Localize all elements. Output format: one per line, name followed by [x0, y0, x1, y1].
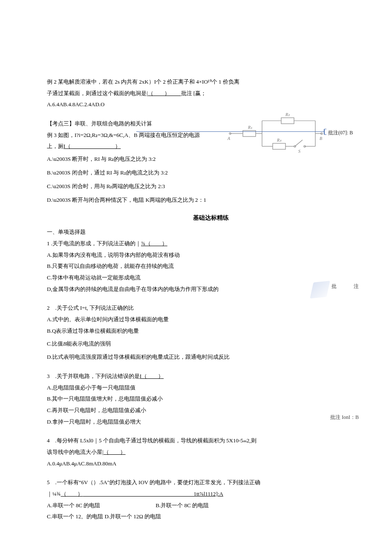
- kp3-optA: A.\u2003S 断开时，RI 与 R₂的电压之比为 3:2: [47, 153, 375, 166]
- kp3-optA-text: S 断开时，RI 与 R₂的电压之比为 3:2: [68, 156, 156, 162]
- svg-text:R₁: R₁: [248, 125, 252, 130]
- q3-B: B.其中一只电阻阻值增大时，总电阻阻值必减小: [47, 394, 375, 404]
- q3-stem-prefix: 3 .关于并联电路，下列说法错误的是: [47, 373, 140, 379]
- kp3-stem-prefix: 上，厕: [47, 143, 63, 149]
- example2-line2-suffix: 批注 [赢；: [181, 90, 207, 96]
- example2-line2-prefix: 子通过某截面，则通过这个截面的电洞是: [47, 90, 147, 96]
- svg-text:R₂: R₂: [285, 112, 290, 117]
- q4-line2-prefix: 该导线中的电流大小屋: [47, 449, 102, 455]
- leader-line-07: [136, 131, 324, 132]
- annotation-q2-label1: 批: [331, 282, 337, 291]
- q2-C: C.比值B能表示电流的强弱: [47, 339, 375, 349]
- q2-D: D.比式表明电流强度跟通过导体横截面积的电量成正比，跟通电时间成反比: [47, 352, 375, 363]
- example2-line1: 例 2 某电解质溶液中，若在 2s 内共有 2xK）I个 2 价正离子和 4×I…: [47, 77, 375, 87]
- q5-A: A.串联一个 8C 的电阻: [47, 502, 100, 509]
- q5-line2: ｜¼¾（ ） 1tt⅞l1112]:A: [47, 489, 375, 500]
- q1-B: B.只要有可以自由移动的电荷，就能存在持续的电流: [47, 261, 375, 272]
- q2-C-prefix: C.比值: [47, 340, 63, 347]
- q5-B: B.并联一个 8C 的电阻: [156, 502, 209, 509]
- q1-A: A.如果导体内没有电流，说明导体内部的电荷没有移动: [47, 250, 375, 261]
- kp3-optB: B.\u2003S 闭合时，通过 RI 与 R₂的电流之比为 3:2: [47, 166, 375, 179]
- kp3-optD: D.\u2003S 断开与闭合两种情况下，电阻 K两端的电压之比为 2：1: [47, 194, 375, 206]
- circuit-diagram: R₁ R₂ R₃ S A B: [226, 110, 324, 157]
- q3-C: C.再并联一只电阻时，总电阻阻值必减小: [47, 405, 375, 416]
- q4-line2: 该导线中的电流大小屋|（ ）: [47, 447, 375, 458]
- svg-rect-5: [281, 118, 294, 124]
- svg-rect-8: [273, 143, 285, 149]
- q5-blank: （ ）: [61, 491, 83, 497]
- q5-line2-prefix: ｜¼¾: [47, 491, 61, 497]
- q2-stem: 2 .关于公式 I=t, 下列说法正确的比: [47, 303, 375, 314]
- q3-A: A.总电阻阻值必小于每一只电阻阻值: [47, 383, 375, 393]
- q3-blank: I（ ）: [140, 373, 164, 379]
- kp3-optB-text: S 闭合时，通过 RI 与 R₂的电流之比为 3:2: [67, 169, 168, 176]
- kp3-stem-line2: 上，厕I（ ）: [47, 141, 375, 152]
- q2-C-suffix: 能表示电流的强弱: [66, 340, 111, 347]
- q1-stem: 1 .关于电流的形成，下列说法正确的｜⅞（ ）: [47, 238, 375, 249]
- svg-text:A: A: [227, 136, 231, 141]
- q4-line1: 4 .每分钟有 L5xl0｜5 个自由电子通过导线的横截面，导线的横截面积为 5…: [47, 436, 375, 446]
- svg-line-11: [295, 140, 303, 146]
- q2-A: A.式中的。表示单位时间内通过导体横截面的电量: [47, 314, 375, 325]
- section-title: 基础达标精练: [47, 212, 375, 224]
- q4-blank: |（ ）: [102, 449, 126, 455]
- svg-text:R₃: R₃: [277, 138, 282, 142]
- annotation-q2: [294, 282, 328, 300]
- kp3-optC-text: S 闭合时，用与 R₂两端的电压之比为 2:3: [67, 183, 165, 189]
- q2-C-mid: B: [63, 340, 66, 347]
- q5-line2-suffix: 1tt⅞l1112]:A: [83, 491, 223, 497]
- q1-stem-prefix: 1 .关于电流的形成，下列说法正确的｜: [47, 240, 141, 247]
- q4-options: A.0.4μAB.4μAC.8mAD.80mA: [47, 459, 375, 469]
- comment-q4: 批注 IonI：B: [330, 413, 359, 422]
- annotation-q2-label2: 注: [354, 282, 359, 291]
- q3-D: D.拿掉一只电阻时，总电阻阻值必增大: [47, 417, 375, 427]
- example2-blank: |（ ）: [147, 88, 181, 99]
- kp3-blank: I（ ）: [63, 143, 121, 149]
- q5-AB: A.串联一个 8C 的电阻B.并联一个 8C 的电阻: [47, 500, 375, 511]
- practice-heading: 一、单项选择题: [47, 227, 375, 238]
- example2-line2: 子通过某截面，则通过这个截面的电洞是|（ ） 批注 [赢；: [47, 88, 375, 99]
- example2-options: A.6.4AB.4.8AC.2.4AD.O: [47, 99, 375, 110]
- leader-brace-07: [324, 129, 326, 135]
- q1-blank: ⅞（ ）: [141, 240, 167, 247]
- kp3-optC: C.\u2003S 闭合时，用与 R₂两端的电压之比为 2:3: [47, 180, 375, 193]
- q2-B: B.Q表示通过导体单位横截面积的电量: [47, 326, 375, 337]
- comment-07: 批注(07]: B: [328, 128, 353, 138]
- q5-line1: 5 .一个标有“6V（）.5A"的灯泡接入 IOV 的电路中，要使灯泡正常发光，…: [47, 477, 375, 488]
- q3-stem: 3 .关于并联电路，下列说法错误的是I（ ）: [47, 371, 375, 382]
- svg-text:B: B: [320, 136, 322, 141]
- svg-text:S: S: [298, 149, 300, 154]
- kp3-title: 【考点三】串联、并联组合电路的相关计算: [47, 119, 375, 129]
- annotation-glyph-icon: [310, 281, 330, 299]
- kp3-optD-text: S 断开与闭合两种情况下，电阻 K两端的电压之比为 2：1: [68, 197, 206, 203]
- q5-CD: C.串联一个 12。的电阻 D.并联一个 12Ω 的电阻: [47, 511, 375, 522]
